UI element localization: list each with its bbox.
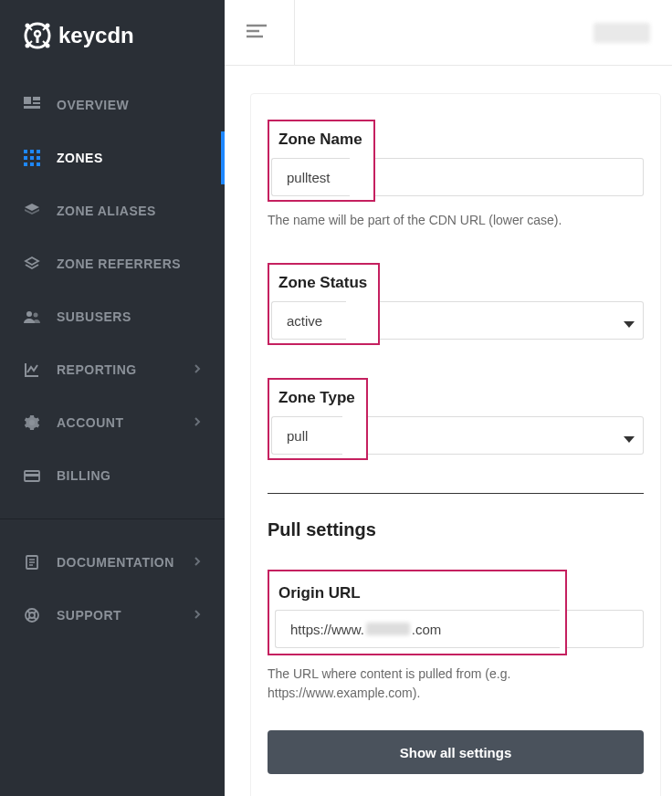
svg-rect-17 [30,150,34,153]
zone-name-label: Zone Name [269,121,370,158]
svg-point-29 [34,313,38,318]
zone-status-select[interactable]: active [271,301,346,340]
svg-line-9 [28,41,32,45]
origin-url-help: The URL where content is pulled from (e.… [268,665,644,703]
lifebuoy-icon [24,607,40,623]
menu-toggle-icon[interactable] [247,24,268,42]
sidebar-item-zone-referrers[interactable]: ZONE REFERRERS [0,237,225,290]
separator [294,0,295,66]
svg-line-10 [43,41,47,45]
sidebar-item-label: DOCUMENTATION [57,555,174,570]
sidebar-item-label: ZONES [57,151,103,165]
sidebar: keycdn OVERVIEW ZONES ZONE ALIASES ZONE … [0,0,225,796]
svg-rect-15 [24,106,40,109]
svg-rect-31 [25,474,39,477]
chart-icon [24,361,40,378]
layers-outline-icon [24,256,40,272]
svg-line-41 [34,617,37,620]
nav: OVERVIEW ZONES ZONE ALIASES ZONE REFERRE… [0,79,225,642]
svg-rect-13 [33,97,40,100]
sidebar-item-label: ZONE ALIASES [57,204,156,218]
card-icon [24,467,40,484]
sidebar-item-support[interactable]: SUPPORT [0,589,225,642]
svg-rect-22 [24,162,27,166]
sidebar-item-label: ZONE REFERRERS [57,257,181,271]
pull-settings-title: Pull settings [251,494,660,551]
user-menu[interactable] [593,23,650,43]
grid-icon [24,150,40,166]
divider [0,518,225,519]
form-group-origin-url: Origin URL https://www..com The URL wher… [251,570,660,703]
document-icon [24,554,40,571]
chevron-right-icon [194,555,201,570]
sidebar-item-overview[interactable]: OVERVIEW [0,79,225,131]
svg-rect-20 [30,156,34,160]
sidebar-item-billing[interactable]: BILLING [0,449,225,502]
svg-line-40 [27,617,30,620]
form-group-zone-status: Zone Status active [251,263,660,345]
content: Zone Name The name will be part of the C… [225,66,672,796]
zone-name-help: The name will be part of the CDN URL (lo… [268,211,644,230]
chevron-right-icon [194,415,201,430]
zone-type-select[interactable]: pull [271,416,342,455]
sidebar-item-label: SUPPORT [57,608,121,623]
redacted-text [366,623,410,635]
svg-marker-27 [26,257,38,265]
sidebar-item-reporting[interactable]: REPORTING [0,343,225,396]
sidebar-item-label: ACCOUNT [57,415,124,430]
gear-icon [24,414,40,431]
users-icon [24,309,40,325]
logo[interactable]: keycdn [0,0,225,71]
form-group-zone-type: Zone Type pull [251,378,660,460]
sidebar-item-zones[interactable]: ZONES [0,131,225,184]
svg-rect-23 [30,162,34,166]
svg-rect-12 [24,97,31,104]
svg-line-38 [27,611,30,613]
main: Zone Name The name will be part of the C… [225,0,672,796]
dashboard-icon [24,97,40,113]
zone-name-input[interactable] [271,158,350,196]
sidebar-item-label: SUBUSERS [57,309,131,324]
layers-icon [24,203,40,219]
svg-rect-2 [37,36,39,43]
zone-status-label: Zone Status [269,265,374,301]
zone-form: Zone Name The name will be part of the C… [250,93,661,796]
svg-rect-19 [24,156,27,160]
sidebar-item-zone-aliases[interactable]: ZONE ALIASES [0,184,225,237]
svg-rect-16 [24,150,27,153]
chevron-right-icon [194,362,201,377]
sidebar-item-subusers[interactable]: SUBUSERS [0,290,225,343]
svg-line-7 [28,26,32,30]
chevron-right-icon [194,608,201,623]
sidebar-item-label: OVERVIEW [57,98,129,112]
svg-marker-25 [25,204,39,211]
show-all-settings-button[interactable]: Show all settings [268,730,644,774]
svg-line-39 [34,611,37,613]
topbar [225,0,672,66]
svg-line-8 [43,26,47,30]
sidebar-item-account[interactable]: ACCOUNT [0,396,225,449]
sidebar-item-label: BILLING [57,468,111,483]
svg-text:keycdn: keycdn [58,23,134,47]
form-group-zone-name: Zone Name The name will be part of the C… [251,120,660,230]
origin-url-input[interactable]: https://www..com [275,610,560,648]
zone-type-label: Zone Type [269,380,362,416]
svg-rect-14 [33,102,40,104]
svg-rect-24 [37,162,40,166]
sidebar-item-label: REPORTING [57,362,137,377]
sidebar-item-documentation[interactable]: DOCUMENTATION [0,536,225,589]
origin-url-label: Origin URL [273,577,560,610]
svg-rect-18 [37,150,40,153]
svg-point-28 [26,311,32,317]
svg-rect-21 [37,156,40,160]
